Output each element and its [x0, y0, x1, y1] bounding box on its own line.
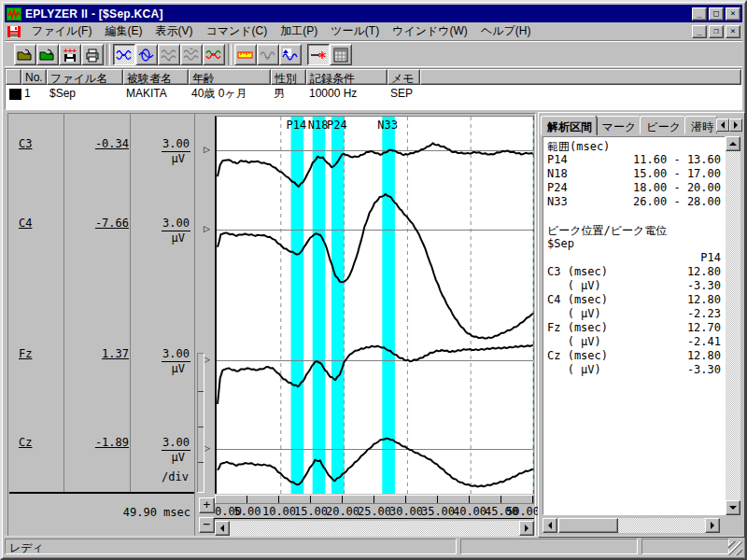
channel-label[interactable]: Cz: [19, 436, 32, 449]
scroll-right-button[interactable]: [705, 518, 720, 533]
column-condition[interactable]: 記録条件: [306, 69, 388, 85]
tab-latency[interactable]: 潜時: [684, 116, 717, 134]
channel-scale[interactable]: 3.00μV: [133, 217, 190, 245]
trace-position-marker[interactable]: ▷: [204, 224, 210, 233]
time-zoom-in-button[interactable]: +: [199, 497, 215, 513]
menu-tools[interactable]: ツール(T): [324, 21, 386, 41]
app-icon: [7, 7, 21, 21]
range-value: 26.00 - 28.00: [633, 195, 721, 209]
grid-table-button[interactable]: [330, 44, 352, 65]
mdi-minimize-button[interactable]: _: [692, 25, 707, 38]
wave-window-button[interactable]: [135, 44, 158, 65]
peak-gray-button[interactable]: [257, 44, 279, 65]
analysis-hscrollbar[interactable]: [543, 518, 720, 533]
cell-sex: 男: [271, 86, 306, 102]
range-label: P24: [547, 181, 633, 195]
menu-edit[interactable]: 編集(E): [98, 21, 148, 41]
ruler-button[interactable]: [234, 44, 257, 65]
resize-grip[interactable]: [728, 541, 742, 555]
channel-label[interactable]: C4: [19, 217, 32, 230]
plot-hscrollbar[interactable]: [215, 521, 534, 536]
time-zoom-out-button[interactable]: −: [199, 517, 215, 533]
menu-help[interactable]: ヘルプ(H): [474, 21, 538, 41]
column-memo[interactable]: メモ: [388, 69, 420, 85]
channel-label[interactable]: C3: [19, 137, 32, 150]
work-area: C3 -0.34 3.00μV C4 -7.66 3.00μV Fz 1.37 …: [2, 112, 747, 537]
mdi-restore-button[interactable]: ❐: [709, 25, 724, 38]
overlay-waves-button[interactable]: [113, 44, 135, 65]
menu-window[interactable]: ウインドウ(W): [386, 21, 474, 41]
menu-file[interactable]: ファイル(F): [25, 21, 98, 41]
column-no[interactable]: No.: [21, 69, 47, 85]
svg-text:+++: +++: [63, 48, 77, 55]
slider-tick: [198, 391, 204, 392]
channel-scale[interactable]: 3.00μV: [133, 137, 190, 165]
trace-position-marker[interactable]: ▷: [204, 355, 210, 364]
column-filename[interactable]: ファイル名: [47, 69, 123, 85]
column-color[interactable]: [6, 69, 21, 85]
mdi-close-button[interactable]: ×: [726, 25, 740, 38]
channel-label[interactable]: Fz: [19, 347, 32, 360]
tab-analysis-range[interactable]: 解析区間: [541, 116, 597, 135]
channel-cursor-value[interactable]: -0.34: [67, 137, 129, 150]
cell-filename: $Sep: [47, 87, 123, 100]
channel-cursor-value[interactable]: -1.89: [67, 436, 129, 449]
svg-text:P24: P24: [327, 119, 347, 132]
scroll-left-button[interactable]: [543, 518, 557, 533]
range-label: P14: [547, 153, 633, 167]
analysis-listbox[interactable]: 範囲(msec) P1411.60 - 13.60 N1815.00 - 17.…: [543, 136, 726, 515]
menu-process[interactable]: 加工(P): [274, 21, 324, 41]
tab-scroll-left-button[interactable]: [716, 119, 729, 132]
tab-mark[interactable]: マーク: [596, 116, 641, 134]
open-folder-green-button[interactable]: [36, 44, 59, 65]
column-filler: [420, 69, 741, 85]
peak-value: 12.80: [687, 349, 721, 363]
waveform-plot[interactable]: P14N18P24N33: [215, 116, 534, 494]
tab-peak[interactable]: ピーク: [640, 116, 685, 134]
trace-position-marker[interactable]: ▷: [204, 443, 210, 453]
close-button[interactable]: ×: [726, 7, 740, 21]
split-waves-button[interactable]: [158, 44, 180, 65]
peak-detect-button[interactable]: [279, 44, 302, 65]
maximize-button[interactable]: □: [709, 7, 724, 21]
save-marks-button[interactable]: +++: [59, 44, 81, 65]
compare-waves-button[interactable]: [203, 44, 225, 65]
time-scale-value[interactable]: 49.90 msec: [123, 506, 190, 519]
print-icon: [85, 48, 100, 63]
scroll-right-button[interactable]: [519, 521, 534, 536]
column-age[interactable]: 年齢: [189, 69, 271, 85]
trace-position-marker[interactable]: ▷: [204, 145, 210, 154]
minimize-button[interactable]: _: [692, 7, 707, 21]
channel-scale[interactable]: 3.00μV: [133, 436, 190, 464]
channel-cursor-value[interactable]: 1.37: [67, 347, 129, 360]
peak-row: ( μV)-3.30: [547, 279, 721, 293]
scale-unit: μV: [133, 152, 190, 165]
amplitude-slider[interactable]: [197, 353, 204, 493]
scrollbar-thumb[interactable]: [558, 518, 618, 533]
open-folder-icon: [17, 48, 34, 63]
analysis-vscrollbar[interactable]: [726, 136, 740, 515]
open-folder-button[interactable]: [14, 44, 36, 65]
menu-command[interactable]: コマンド(C): [199, 21, 274, 41]
column-sex[interactable]: 性別: [271, 69, 306, 85]
latency-marker-button[interactable]: [307, 44, 330, 65]
status-field-2: [460, 539, 638, 554]
document-icon[interactable]: [7, 24, 21, 38]
shift-waves-button[interactable]: [180, 44, 203, 65]
svg-text:N18: N18: [308, 119, 329, 132]
scroll-up-button[interactable]: [726, 136, 740, 151]
peak-value: 12.70: [687, 321, 721, 335]
window-title: EPLYZER II - [$Sep.KCA]: [25, 7, 163, 21]
range-title: 範囲(msec): [547, 139, 721, 153]
channel-scale[interactable]: 3.00μV: [133, 347, 190, 375]
peak-row: Fz (msec)12.70: [547, 321, 721, 335]
tab-scroll-right-button[interactable]: [729, 119, 742, 132]
scroll-left-button[interactable]: [215, 521, 230, 536]
column-subject[interactable]: 被験者名: [123, 69, 189, 85]
channel-row-cz: Cz -1.89 3.00μV: [9, 436, 194, 464]
print-button[interactable]: [81, 44, 104, 65]
channel-cursor-value[interactable]: -7.66: [67, 217, 129, 230]
menu-view[interactable]: 表示(V): [148, 21, 199, 41]
table-row[interactable]: 1 $Sep MAKITA 40歳 0ヶ月 男 10000 Hz SEP: [6, 85, 741, 102]
scroll-down-button[interactable]: [726, 500, 740, 515]
